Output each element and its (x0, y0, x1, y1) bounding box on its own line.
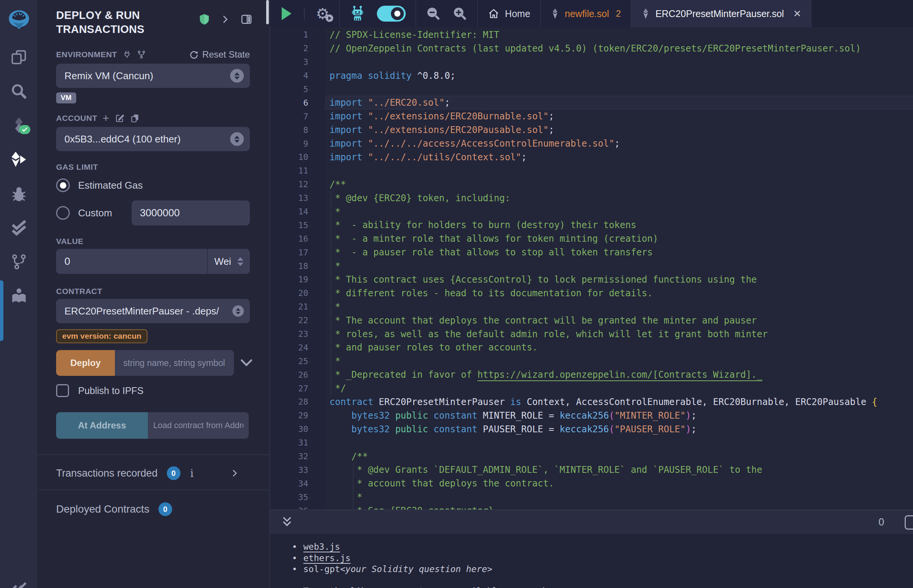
line-number[interactable]: 16 (270, 232, 325, 246)
remix-logo[interactable] (7, 5, 31, 34)
tab-newfile[interactable]: newfile.sol 2 (541, 0, 631, 27)
line-number[interactable]: 17 (270, 246, 325, 259)
line-number[interactable]: 18 (270, 259, 325, 273)
code-line[interactable]: 24 * and pauser roles to other accounts. (270, 341, 913, 354)
code-line[interactable]: 25 * (270, 354, 913, 368)
line-number[interactable]: 1 (270, 28, 325, 42)
run-script-icon[interactable] (280, 6, 293, 21)
line-number[interactable]: 11 (270, 164, 325, 178)
deploy-button[interactable]: Deploy (56, 350, 115, 376)
reset-state-button[interactable]: Reset State (189, 49, 250, 60)
copy-account-icon[interactable] (130, 113, 140, 123)
line-number[interactable]: 4 (270, 69, 325, 82)
line-number[interactable]: 20 (270, 286, 325, 300)
publish-ipfs-checkbox[interactable] (56, 384, 69, 397)
code-line[interactable]: 19 * This contract uses {AccessControl} … (270, 273, 913, 286)
value-input[interactable] (56, 249, 207, 274)
value-unit-select[interactable]: Wei (207, 249, 250, 274)
line-number[interactable]: 26 (270, 368, 325, 381)
code-line[interactable]: 26 * _Deprecated in favor of https://wiz… (270, 368, 913, 381)
line-number[interactable]: 22 (270, 314, 325, 327)
code-line[interactable]: 11 (270, 164, 913, 178)
at-address-input[interactable] (148, 412, 249, 439)
terminal-line[interactable]: •web3.js (292, 541, 913, 553)
estimated-gas-radio[interactable] (56, 178, 70, 192)
code-line[interactable]: 13 * @dev {ERC20} token, including: (270, 191, 913, 205)
line-number[interactable]: 33 (270, 464, 325, 477)
deploy-args-input[interactable] (115, 350, 234, 376)
line-number[interactable]: 28 (270, 395, 325, 409)
line-number[interactable]: 19 (270, 273, 325, 286)
line-number[interactable]: 25 (270, 354, 325, 368)
code-line[interactable]: 22 * The account that deploys the contra… (270, 314, 913, 327)
code-line[interactable]: 6import "../ERC20.sol"; (270, 96, 913, 110)
fork-environment-icon[interactable] (137, 50, 146, 59)
git-icon[interactable] (7, 251, 31, 273)
line-number[interactable]: 10 (270, 150, 325, 164)
code-line[interactable]: 8import "../extensions/ERC20Pausable.sol… (270, 123, 913, 137)
line-number[interactable]: 2 (270, 42, 325, 55)
line-number[interactable]: 29 (270, 409, 325, 422)
line-number[interactable]: 5 (270, 82, 325, 96)
expand-deploy-icon[interactable] (240, 358, 253, 368)
tab-erc20presetminterpauser[interactable]: ERC20PresetMinterPauser.sol ✕ (631, 0, 812, 27)
terminal-line[interactable]: •ethers.js (292, 553, 913, 564)
code-line[interactable]: 30 bytes32 public constant PAUSER_ROLE =… (270, 422, 913, 436)
contract-select[interactable]: ERC20PresetMinterPauser - .deps/ (56, 299, 250, 323)
custom-gas-radio[interactable] (56, 206, 70, 220)
line-number[interactable]: 35 (270, 490, 325, 504)
code-line[interactable]: 12/** (270, 178, 913, 191)
edit-account-icon[interactable] (115, 113, 125, 123)
zoom-in-icon[interactable] (452, 6, 468, 21)
code-editor[interactable]: 1// SPDX-License-Identifier: MIT2// Open… (270, 27, 913, 510)
debugger-icon[interactable] (7, 183, 31, 205)
custom-gas-input[interactable] (131, 200, 250, 225)
plug-icon[interactable] (123, 50, 131, 59)
line-number[interactable]: 23 (270, 327, 325, 341)
code-line[interactable]: 9import "../../../access/AccessControlEn… (270, 137, 913, 150)
line-number[interactable]: 31 (270, 436, 325, 450)
code-line[interactable]: 14 * (270, 205, 913, 219)
search-icon[interactable] (7, 80, 31, 102)
code-line[interactable]: 1// SPDX-License-Identifier: MIT (270, 28, 913, 42)
file-explorer-icon[interactable] (7, 46, 31, 68)
line-number[interactable]: 13 (270, 191, 325, 205)
terminal-output[interactable]: •web3.js•ethers.js•sol-gpt <your Solidit… (270, 535, 913, 588)
line-number[interactable]: 34 (270, 477, 325, 490)
code-line[interactable]: 21 * (270, 300, 913, 314)
pin-panel-icon[interactable] (220, 15, 230, 24)
deploy-run-icon[interactable] (7, 149, 31, 171)
line-number[interactable]: 21 (270, 300, 325, 314)
line-number[interactable]: 3 (270, 55, 325, 69)
ai-copilot-toggle[interactable] (377, 6, 406, 22)
code-line[interactable]: 29 bytes32 public constant MINTER_ROLE =… (270, 409, 913, 422)
line-number[interactable]: 6 (270, 96, 325, 110)
expand-terminal-icon[interactable] (281, 515, 293, 528)
environment-select[interactable]: Remix VM (Cancun) (56, 64, 250, 88)
code-line[interactable]: 5 (270, 82, 913, 96)
code-line[interactable]: 28contract ERC20PresetMinterPauser is Co… (270, 395, 913, 409)
learneth-icon[interactable] (7, 285, 31, 307)
panel-scrollbar[interactable] (266, 0, 269, 24)
plugin-manager-icon[interactable] (7, 578, 29, 588)
tab-home[interactable]: Home (478, 0, 541, 27)
account-select[interactable]: 0x5B3...eddC4 (100 ether) (56, 127, 250, 151)
line-number[interactable]: 24 (270, 341, 325, 354)
unit-testing-icon[interactable] (7, 217, 31, 239)
at-address-button[interactable]: At Address (56, 412, 148, 439)
expand-transactions-icon[interactable] (230, 468, 239, 478)
code-line[interactable]: 3 (270, 55, 913, 69)
code-line[interactable]: 20 * different roles - head to its docum… (270, 286, 913, 300)
line-number[interactable]: 32 (270, 450, 325, 464)
code-line[interactable]: 33 * @dev Grants `DEFAULT_ADMIN_ROLE`, `… (270, 464, 913, 477)
line-number[interactable]: 7 (270, 110, 325, 123)
line-number[interactable]: 14 (270, 205, 325, 219)
code-line[interactable]: 32 /** (270, 450, 913, 464)
solidity-compiler-icon[interactable] (7, 115, 31, 136)
line-number[interactable]: 27 (270, 381, 325, 395)
close-tab-icon[interactable]: ✕ (793, 8, 801, 20)
code-line[interactable]: 35 * (270, 490, 913, 504)
code-line[interactable]: 18 * (270, 259, 913, 273)
remix-ai-icon[interactable] (350, 5, 366, 22)
code-line[interactable]: 4pragma solidity ^0.8.0; (270, 69, 913, 82)
